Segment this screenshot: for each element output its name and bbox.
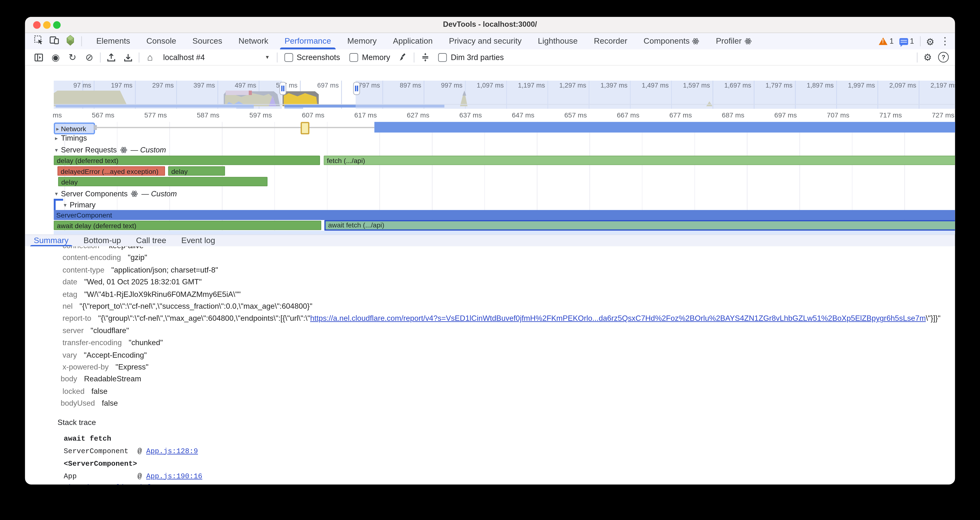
divider — [81, 36, 82, 46]
frame-function: ServerComponent — [64, 445, 137, 458]
message-bubble-icon — [899, 38, 908, 45]
selected-track-footer — [54, 231, 955, 234]
stack-frame: App @ App.js:190:16 — [64, 470, 955, 482]
selection-handle-right[interactable] — [353, 82, 360, 95]
window-title: DevTools - localhost:3000/ — [25, 17, 955, 33]
track-event-bar[interactable]: ServerComponent — [54, 210, 955, 220]
devtools-window: DevTools - localhost:3000/ E — [25, 17, 955, 485]
header-row: locked false — [25, 386, 955, 398]
track-header-timings[interactable]: ▸ Timings — [55, 134, 87, 143]
header-row: content-encoding "gzip" — [25, 252, 955, 264]
track-event-bar[interactable]: delayedError (...ayed exception) — [57, 166, 165, 176]
panel-tab[interactable]: Sources — [191, 33, 224, 49]
divider — [100, 52, 101, 62]
header-value: false — [91, 386, 108, 398]
divider — [277, 52, 277, 62]
checkbox-box — [349, 53, 358, 62]
network-request-bar[interactable] — [374, 122, 955, 132]
react-atom-icon — [744, 38, 752, 45]
stack-frames: await fetch ServerComponent @ App.js:128… — [64, 433, 955, 482]
kebab-menu-icon[interactable]: ⋮ — [940, 36, 950, 46]
track-group-primary[interactable]: ▾ Primary — [64, 201, 95, 209]
collect-garbage-icon[interactable] — [397, 51, 410, 64]
header-value: ReadableStream — [84, 374, 141, 386]
header-key: content-encoding — [62, 252, 121, 264]
settings-gear-icon[interactable]: ⚙ — [926, 37, 934, 46]
clear-button[interactable]: ⊘ — [83, 51, 96, 64]
track-event-bar[interactable]: await fetch (.../api) — [325, 220, 955, 231]
panel-tab[interactable]: Recorder — [592, 33, 629, 49]
load-profile-icon[interactable] — [105, 51, 118, 64]
timeline-ruler: ms567 ms577 ms587 ms597 ms607 ms617 ms62… — [54, 109, 955, 122]
details-tab[interactable]: Event log — [181, 235, 215, 247]
inspect-element-icon[interactable] — [34, 35, 44, 48]
selection-handle-left[interactable] — [280, 82, 286, 95]
issues-button[interactable]: 1 — [899, 37, 914, 46]
header-row: content-type "application/json; charset=… — [25, 264, 955, 277]
header-key: content-type — [62, 264, 104, 277]
track-event-bar[interactable]: delay — [168, 166, 225, 176]
header-value: false — [102, 398, 118, 410]
header-value: "{\"report_to\":\"cf-nel\",\"success_fra… — [80, 301, 312, 313]
toggle-sidebar-icon[interactable] — [33, 51, 45, 64]
track-event-bar[interactable]: delay — [58, 177, 267, 186]
profile-history-select[interactable]: localhost #4 ▼ — [163, 53, 270, 62]
timeline-overview[interactable]: 97 ms197 ms297 ms397 ms497 ms597 ms697 m… — [54, 81, 955, 109]
screenshots-checkbox[interactable]: Screenshots — [284, 53, 340, 62]
track-header-server-components[interactable]: ▾ Server Components — Custom — [55, 189, 177, 198]
stack-trace-title: Stack trace — [25, 418, 955, 427]
details-tab[interactable]: Call tree — [136, 235, 166, 247]
panel-tab[interactable]: Application — [391, 33, 434, 49]
chevron-right-icon: ▸ — [55, 135, 58, 142]
details-tab[interactable]: Summary — [34, 235, 68, 247]
details-tab-bar: Summary Bottom-up Call tree Event log — [25, 234, 955, 247]
header-value: "chunked" — [129, 337, 163, 349]
cloudflare-report-link[interactable]: https://a.nel.cloudflare.com/report/v4?s… — [310, 314, 926, 323]
network-request-block[interactable] — [301, 122, 309, 134]
show-ignore-listed-frames-link[interactable]: Show ignore-listed frames — [64, 483, 172, 485]
device-toolbar-icon[interactable] — [49, 35, 59, 48]
header-value: "Accept-Encoding" — [84, 349, 146, 361]
compress-tracks-icon[interactable] — [419, 51, 431, 64]
header-key: report-to — [62, 313, 91, 325]
panel-tab[interactable]: Console — [145, 33, 178, 49]
track-header-network[interactable]: ▸ Network — [54, 122, 95, 134]
track-header-server-requests[interactable]: ▾ Server Requests — Custom — [55, 146, 166, 154]
frame-source-link[interactable]: App.js:128:9 — [146, 445, 198, 458]
divider — [138, 52, 139, 62]
help-icon[interactable]: ? — [938, 52, 949, 62]
header-key: connection — [62, 246, 99, 252]
header-value: "cloudflare" — [91, 325, 129, 337]
chevron-down-icon: ▾ — [55, 191, 58, 197]
chevron-down-icon: ▼ — [265, 54, 270, 60]
dim-3rd-parties-checkbox[interactable]: Dim 3rd parties — [438, 53, 504, 62]
header-row: vary "Accept-Encoding" — [25, 349, 955, 361]
memory-checkbox[interactable]: Memory — [349, 53, 390, 62]
react-atom-icon — [692, 38, 700, 45]
save-profile-icon[interactable] — [122, 51, 134, 64]
stack-frame: await fetch — [64, 433, 955, 445]
capture-settings-gear-icon[interactable]: ⚙ — [924, 52, 932, 62]
track-event-bar[interactable]: delay (deferred text) — [54, 156, 320, 165]
panel-tab[interactable]: Lighthouse — [536, 33, 579, 49]
panel-tab[interactable]: Network — [237, 33, 270, 49]
record-button[interactable]: ◉ — [49, 51, 62, 64]
record-and-reload-button[interactable]: ↻ — [66, 51, 79, 64]
details-tab[interactable]: Bottom-up — [83, 235, 121, 247]
panel-tab[interactable]: Performance — [283, 33, 333, 49]
header-value: "Express" — [116, 361, 148, 374]
console-errors-button[interactable]: 1 — [879, 37, 894, 46]
live-metrics-home-icon[interactable]: ⌂ — [144, 51, 156, 64]
panel-tab[interactable]: Profiler — [714, 33, 754, 49]
track-event-bar[interactable]: await delay (deferred text) — [54, 221, 321, 230]
header-row: x-powered-by "Express" — [25, 361, 955, 374]
panel-tab[interactable]: Privacy and security — [447, 33, 523, 49]
track-event-bar[interactable]: fetch (.../api) — [324, 156, 955, 165]
frame-at: @ — [137, 445, 142, 458]
panel-tab[interactable]: Memory — [345, 33, 379, 49]
divider — [414, 52, 415, 62]
panel-tab[interactable]: Elements — [94, 33, 132, 49]
screen: DevTools - localhost:3000/ E — [0, 0, 980, 520]
frame-source-link[interactable]: App.js:190:16 — [146, 470, 202, 482]
panel-tab[interactable]: Components — [642, 33, 702, 49]
